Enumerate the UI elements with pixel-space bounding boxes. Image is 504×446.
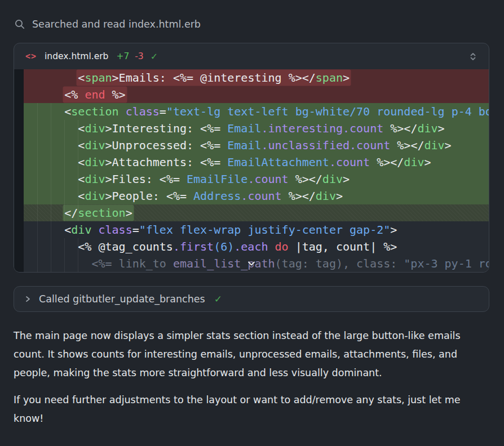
code-line: </section> [24, 204, 489, 221]
code-line: <div>Unprocessed: <%= Email.unclassified… [24, 137, 489, 154]
code-line: <% end %> [24, 86, 489, 103]
code-line: <div>People: <%= Address.count %></div> [24, 188, 489, 204]
message-paragraph: If you need further adjustments to the l… [14, 391, 488, 428]
code-line: <% @tag_counts.first(6).each do |tag, co… [24, 238, 489, 255]
diff-gutter [14, 69, 24, 272]
tool-call-label: Called gitbutler_update_branches [39, 293, 205, 305]
success-check-icon: ✓ [151, 51, 158, 62]
show-more-chevron-icon[interactable] [246, 256, 257, 270]
diff-filename: index.html.erb [45, 51, 108, 61]
search-summary-row: Searched and read index.html.erb [15, 17, 489, 32]
diff-card-header[interactable]: <> index.html.erb +7 -3 ✓ [14, 43, 489, 69]
search-icon [15, 19, 25, 30]
code-line: <section class="text-lg text-left bg-whi… [24, 103, 489, 120]
diff-code-view: <span>Emails: <%= @interesting %></span>… [14, 69, 489, 272]
additions-count: +7 [116, 51, 129, 61]
code-line: <div>Interesting: <%= Email.interesting.… [24, 120, 489, 137]
page: Searched and read index.html.erb <> inde… [0, 17, 504, 428]
code-diff-lines: <span>Emails: <%= @interesting %></span>… [24, 69, 489, 272]
diff-card: <> index.html.erb +7 -3 ✓ <span>Emails: … [14, 43, 489, 273]
deletions-count: -3 [135, 51, 143, 61]
code-line: <div>Files: <%= EmailFile.count %></div> [24, 171, 489, 188]
success-check-icon: ✓ [214, 293, 222, 305]
search-summary-label: Searched and read index.html.erb [32, 19, 201, 30]
code-line: <div>Attachments: <%= EmailAttachment.co… [24, 154, 489, 171]
code-line: <span>Emails: <%= @interesting %></span> [24, 69, 489, 86]
code-file-icon: <> [25, 51, 37, 61]
code-line: <div class="flex flex-wrap justify-cente… [24, 221, 489, 238]
assistant-message: The main page now displays a simpler sta… [14, 327, 488, 428]
expand-collapse-icon[interactable] [468, 52, 478, 61]
message-paragraph: The main page now displays a simpler sta… [14, 327, 488, 382]
tool-call-card[interactable]: Called gitbutler_update_branches ✓ [14, 286, 489, 312]
chevron-right-icon [24, 295, 32, 304]
